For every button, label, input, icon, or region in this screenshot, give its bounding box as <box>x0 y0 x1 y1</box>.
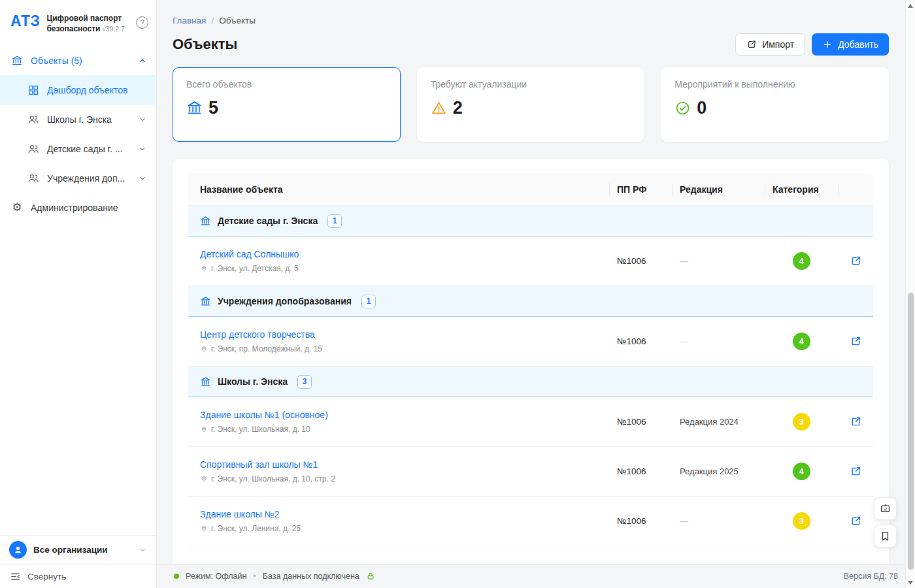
page-scrollbar[interactable] <box>905 0 915 588</box>
sidebar-menu: Объекты (5) Дашборд объектов Школы г. Эн… <box>0 43 156 535</box>
category-badge: 3 <box>793 512 810 530</box>
open-object-button[interactable] <box>850 335 862 348</box>
sidebar-header: АТЗ Цифровой паспорт безопасностиv39.2.7 <box>0 0 156 43</box>
object-link[interactable]: Здание школы №2 <box>200 509 280 519</box>
import-button[interactable]: Импорт <box>735 33 805 56</box>
collapse-sidebar-button[interactable]: Свернуть <box>0 564 156 588</box>
open-object-button[interactable] <box>850 465 862 478</box>
team-icon <box>27 114 39 125</box>
stat-card-total-objects[interactable]: Всего объектов 5 <box>173 67 401 142</box>
object-address-text: г. Энск, пр. Молодёжный, д. 15 <box>211 344 322 353</box>
open-object-button[interactable] <box>850 255 862 267</box>
breadcrumb-separator: / <box>211 16 214 25</box>
group-row-extra-education[interactable]: Учреждения допобразования 1 <box>188 286 873 317</box>
table-row: Здание школы №1 (основное) г. Энск, ул. … <box>188 397 873 447</box>
object-link[interactable]: Спортивный зал школы №1 <box>200 459 318 470</box>
location-pin-icon <box>200 475 208 483</box>
chevron-up-icon <box>138 56 147 65</box>
pp-rf-value: №1006 <box>609 336 672 346</box>
scrollbar-thumb[interactable] <box>908 293 914 570</box>
column-header-pp-rf: ПП РФ <box>609 173 672 205</box>
floating-widget-bookmark-button[interactable] <box>874 525 897 547</box>
sidebar-item-label: Детские сады г. ... <box>47 144 122 154</box>
stat-card-label: Мероприятий к выполнению <box>674 79 875 90</box>
object-address: г. Энск, ул. Детская, д. 5 <box>200 264 597 273</box>
location-pin-icon <box>200 265 208 272</box>
sidebar-item-objects-dashboard[interactable]: Дашборд объектов <box>0 75 156 105</box>
sidebar-item-kindergartens[interactable]: Детские сады г. ... <box>0 134 156 163</box>
stat-card-value: 2 <box>453 98 463 118</box>
location-pin-icon <box>200 345 208 353</box>
bank-icon <box>200 376 211 387</box>
help-icon[interactable] <box>136 16 148 29</box>
table-row: Здание школы №2 г. Энск, ул. Ленина, д. … <box>188 497 873 546</box>
group-count-badge: 3 <box>297 375 312 389</box>
breadcrumb-current: Объекты <box>219 16 256 25</box>
object-link[interactable]: Здание школы №1 (основное) <box>200 410 328 420</box>
group-row-kindergartens[interactable]: Детские сады г. Энска 1 <box>188 206 873 237</box>
add-object-button[interactable]: Добавить <box>812 33 889 56</box>
table-row: Спортивный зал школы №1 г. Энск, ул. Шко… <box>188 447 873 497</box>
organization-selector-label: Все организации <box>33 545 108 555</box>
collapse-sidebar-label: Свернуть <box>27 572 66 581</box>
object-address: г. Энск, пр. Молодёжный, д. 15 <box>200 344 597 353</box>
sidebar-item-extra-education[interactable]: Учреждения доп... <box>0 163 156 193</box>
edition-value: Редакция 2024 <box>672 417 765 427</box>
add-button-label: Добавить <box>838 39 878 50</box>
chevron-down-icon <box>138 174 147 183</box>
chevron-down-icon <box>138 115 147 124</box>
location-pin-icon <box>200 525 208 532</box>
check-circle-icon <box>674 100 691 116</box>
stat-card-pending-actions[interactable]: Мероприятий к выполнению 0 <box>661 67 889 142</box>
pp-rf-value: №1006 <box>609 417 672 427</box>
sidebar-item-administration[interactable]: Администрирование <box>0 193 156 222</box>
sidebar-footer: Все организации Свернуть <box>0 535 156 588</box>
object-link[interactable]: Центр детского творчества <box>200 329 315 340</box>
robot-icon <box>879 502 891 515</box>
sidebar-item-schools[interactable]: Школы г. Энска <box>0 105 156 134</box>
object-link[interactable]: Детский сад Солнышко <box>200 249 299 259</box>
avatar <box>9 541 27 559</box>
object-address-text: г. Энск, ул. Школьная, д. 10, стр. 2 <box>211 474 335 483</box>
object-address: г. Энск, ул. Ленина, д. 25 <box>200 524 597 533</box>
group-count-badge: 1 <box>361 295 376 308</box>
app-title: Цифровой паспорт безопасностиv39.2.7 <box>46 13 124 34</box>
stat-card-needs-update[interactable]: Требуют актуализации 2 <box>417 67 645 142</box>
column-header-edition: Редакция <box>672 173 765 205</box>
mode-status: Режим: Офлайн <box>186 572 246 581</box>
open-object-button[interactable] <box>850 416 862 428</box>
team-icon <box>27 172 39 184</box>
table-row: Центр детского творчества г. Энск, пр. М… <box>188 317 873 367</box>
breadcrumb-home-link[interactable]: Главная <box>173 16 206 25</box>
pp-rf-value: №1006 <box>609 256 672 266</box>
team-icon <box>27 143 39 155</box>
category-badge: 3 <box>793 413 810 431</box>
page-title: Объекты <box>173 36 237 53</box>
category-badge: 4 <box>793 333 810 350</box>
group-name: Детские сады г. Энска <box>218 216 318 226</box>
edition-value: — <box>672 516 765 526</box>
breadcrumb: Главная / Объекты <box>173 16 889 25</box>
import-button-label: Импорт <box>762 39 794 50</box>
group-name: Учреждения допобразования <box>218 296 352 306</box>
stat-card-label: Всего объектов <box>186 79 387 90</box>
app-version: v39.2.7 <box>102 25 124 33</box>
bank-icon <box>200 296 211 307</box>
main-area: Главная / Объекты Объекты Импорт <box>157 0 915 588</box>
app-logo: АТЗ <box>10 13 40 29</box>
floating-widget-robot-button[interactable] <box>874 497 897 520</box>
organization-selector[interactable]: Все организации <box>0 535 156 564</box>
group-count-badge: 1 <box>327 214 342 228</box>
column-header-category: Категория <box>765 173 838 205</box>
open-object-button[interactable] <box>850 515 862 527</box>
scrollbar-up-arrow[interactable] <box>906 1 915 10</box>
sidebar-item-objects[interactable]: Объекты (5) <box>0 46 156 75</box>
gear-icon <box>11 202 23 214</box>
object-address-text: г. Энск, ул. Школьная, д. 10 <box>211 425 310 434</box>
scrollbar-down-arrow[interactable] <box>906 578 915 587</box>
status-bar: Режим: Офлайн • База данных подключена В… <box>157 564 915 588</box>
group-row-schools[interactable]: Школы г. Энска 3 <box>188 367 873 397</box>
export-box-icon <box>746 39 757 50</box>
app-title-line1: Цифровой паспорт <box>46 13 124 24</box>
edition-value: — <box>672 336 765 346</box>
